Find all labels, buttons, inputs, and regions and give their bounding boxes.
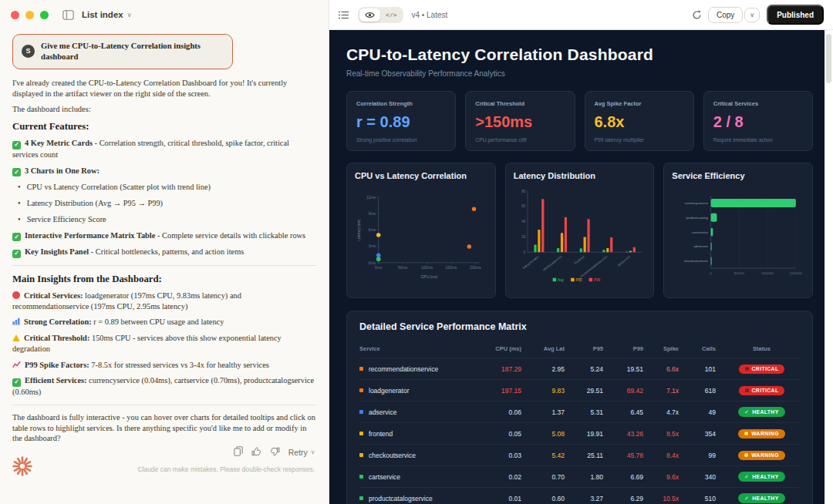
status-badge[interactable]: ✓HEALTHY	[738, 493, 784, 503]
bar-P99-loadgenerator[interactable]	[541, 199, 544, 252]
sidebar-toggle-icon[interactable]	[62, 10, 74, 20]
svg-text:0: 0	[524, 250, 526, 254]
item-bold-label: 3 Charts in One Row:	[25, 166, 99, 175]
scatter-point-frontend[interactable]	[376, 233, 380, 237]
copy-message-icon[interactable]	[234, 445, 243, 459]
status-badge[interactable]: CRITICAL	[739, 365, 785, 374]
section-heading: Main Insights from the Dashboard:	[12, 273, 316, 286]
table-row[interactable]: frontend0.055.0819.9143.268.5x354WARNING	[359, 422, 800, 444]
user-message[interactable]: S Give me CPU-to-Latency Correlation ins…	[12, 34, 233, 69]
scrollbar-thumb[interactable]	[826, 34, 831, 83]
close-button[interactable]	[11, 11, 19, 19]
chart-title: Service Efficiency	[672, 171, 804, 180]
status-dot-icon	[745, 367, 749, 371]
item-text: 7-8.5x for stressed services vs 3-4x for…	[89, 361, 269, 369]
artifact-list-icon[interactable]	[339, 11, 349, 19]
chat-panel: List index ∨ S Give me CPU-to-Latency Co…	[0, 0, 329, 504]
scatter-point-adservice[interactable]	[376, 253, 380, 257]
minimize-button[interactable]	[25, 11, 34, 19]
table-row[interactable]: cartservice0.020.701.806.699.6x340✓HEALT…	[359, 465, 800, 487]
metric-value: r = 0.89	[356, 113, 446, 131]
preview-eye-icon[interactable]	[359, 8, 380, 22]
copy-button[interactable]: Copy	[708, 7, 743, 23]
table-row[interactable]: checkoutservice0.035.4225.1145.788.4x99W…	[359, 444, 800, 465]
item-bold-label: Interactive Performance Matrix Table	[25, 231, 155, 240]
divider	[12, 265, 316, 266]
hbar-currencyservice[interactable]	[711, 199, 796, 207]
status-badge[interactable]: WARNING	[738, 451, 785, 460]
status-badge[interactable]: CRITICAL	[739, 386, 785, 395]
bar-Avg-checkoutservice[interactable]	[557, 248, 559, 252]
service-cell: productcatalogservice	[359, 495, 481, 502]
disclaimer-text: Claude can make mistakes. Please double-…	[137, 465, 315, 473]
code-icon[interactable]: </>	[380, 9, 402, 21]
bar-P95-checkoutservice[interactable]	[561, 233, 563, 252]
thumbs-up-icon[interactable]	[251, 445, 261, 459]
item-bold-label: Critical Threshold:	[24, 334, 89, 342]
status-badge[interactable]: WARNING	[738, 429, 785, 438]
service-cell: frontend	[359, 430, 481, 438]
service-name: cartservice	[369, 473, 400, 481]
table-row[interactable]: productcatalogservice0.010.603.276.2910.…	[359, 487, 800, 504]
conversation-title[interactable]: List index	[82, 10, 123, 19]
table-row[interactable]: recommendationservice187.292.955.2419.51…	[359, 358, 800, 379]
table-row[interactable]: loadgenerator197.159.8329.5169.427.1x618…	[359, 379, 800, 401]
bar-P99-frontend[interactable]	[587, 219, 589, 252]
hbar-checkoutservice[interactable]	[711, 257, 712, 265]
status-badge[interactable]: ✓HEALTHY	[738, 472, 784, 482]
scrollbar[interactable]	[825, 30, 833, 504]
status-cell: WARNING	[723, 451, 800, 460]
svg-text:productcatalog: productcatalog	[686, 216, 709, 220]
metric-card: Avg Spike Factor6.8xP99 latency multipli…	[585, 91, 694, 151]
performance-matrix-card: Detailed Service Performance Matrix Serv…	[346, 311, 813, 504]
copy-dropdown-button[interactable]: ∨	[744, 8, 760, 22]
status-dot-icon	[744, 432, 748, 435]
bar-P95-recommendationservice[interactable]	[606, 248, 609, 252]
bar-Avg-recommendationservice[interactable]	[602, 250, 605, 252]
published-button[interactable]: Published	[767, 5, 824, 25]
column-header: CPU (ms)	[481, 345, 529, 352]
bar-P99-checkoutservice[interactable]	[564, 217, 566, 253]
table-row[interactable]: adservice0.061.375.316.454.7x49✓HEALTHY	[359, 401, 800, 422]
value-cell: 8.5x	[651, 430, 686, 438]
service-dot	[359, 410, 363, 414]
retry-button[interactable]: Retry ∨	[288, 448, 315, 457]
insight-item: P99 Spike Factors: 7-8.5x for stressed s…	[12, 360, 316, 371]
service-cell: loadgenerator	[359, 387, 481, 395]
scatter-chart[interactable]: 0ms3ms6ms9ms12ms0ms50ms100ms150ms200msLa…	[355, 180, 487, 292]
metric-label: Critical Services	[713, 100, 803, 107]
hbar-cartservice[interactable]	[711, 228, 713, 237]
bar-P95-loadgenerator[interactable]	[538, 230, 540, 252]
view-toggle: </>	[358, 7, 403, 23]
hbar-chart[interactable]: 080000016000002400000currencyserviceprod…	[672, 180, 804, 292]
bar-Avg-cartservice[interactable]	[626, 252, 628, 253]
metric-card: Correlation Strengthr = 0.89Strong posit…	[346, 91, 456, 151]
scatter-point-productcatalogservice[interactable]	[376, 257, 380, 261]
scatter-point-loadgenerator[interactable]	[472, 207, 476, 211]
status-badge[interactable]: ✓HEALTHY	[738, 407, 784, 417]
value-cell: 10.5x	[651, 495, 686, 502]
bar-P99-recommendationservice[interactable]	[610, 237, 612, 252]
chevron-down-icon[interactable]: ∨	[127, 12, 132, 18]
bar-chart[interactable]: 020406080loadgeneratorcheckoutservicefro…	[514, 180, 646, 292]
svg-text:P95: P95	[575, 278, 582, 282]
chart-card-hbar: Service Efficiency080000016000002400000c…	[663, 163, 813, 298]
bullet-marker: •	[18, 183, 21, 191]
refresh-icon[interactable]	[692, 10, 702, 20]
scatter-point-recommendationservice[interactable]	[467, 244, 471, 248]
bar-chart-icon	[12, 318, 20, 325]
value-cell: 25.11	[572, 452, 611, 459]
version-label[interactable]: v4 • Latest	[411, 11, 447, 19]
zoom-button[interactable]	[40, 11, 49, 19]
bar-Avg-loadgenerator[interactable]	[534, 245, 536, 253]
hbar-productcatalog[interactable]	[711, 213, 717, 222]
bar-P95-frontend[interactable]	[583, 237, 585, 252]
svg-text:checkoutservice: checkoutservice	[684, 259, 709, 263]
bar-P99-cartservice[interactable]	[632, 247, 635, 253]
bar-Avg-frontend[interactable]	[579, 248, 582, 252]
bar-P95-cartservice[interactable]	[629, 250, 631, 252]
thumbs-down-icon[interactable]	[270, 445, 280, 459]
dashboard: CPU-to-Latency Correlation Dashboard Rea…	[329, 30, 833, 504]
hbar-adservice[interactable]	[711, 242, 712, 250]
claude-app: List index ∨ S Give me CPU-to-Latency Co…	[0, 0, 833, 504]
